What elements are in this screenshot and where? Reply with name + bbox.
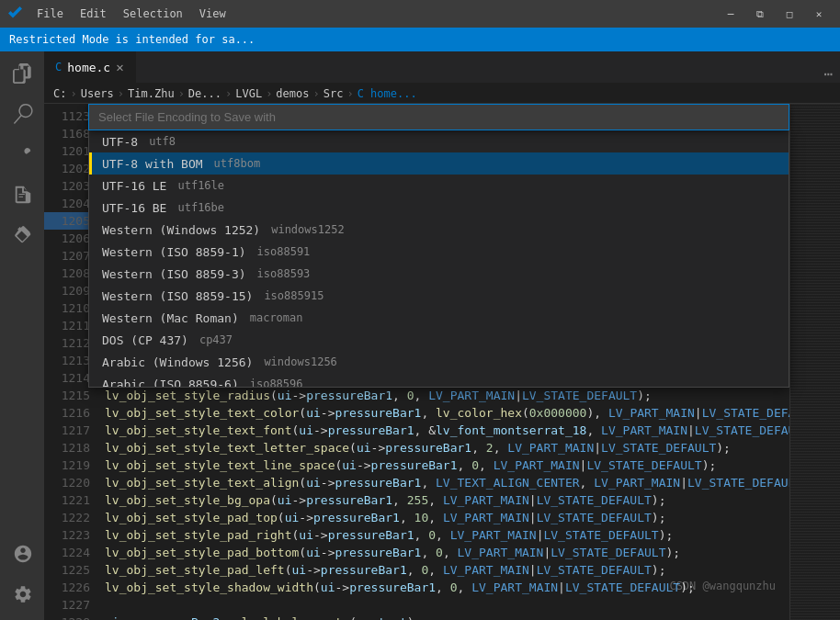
code-line: lv_obj_set_style_pad_bottom(ui->pressure… [97,544,789,561]
tab-icon: C [55,61,62,73]
breadcrumb-part: C: [53,87,66,100]
breadcrumb-part: De... [188,87,221,100]
code-line: lv_obj_set_style_text_color(ui->pressure… [97,404,789,422]
encoding-item[interactable]: UTF-8utf8 [89,130,789,152]
menu-edit[interactable]: Edit [73,6,114,22]
code-line: lv_obj_set_style_text_letter_space(ui->p… [97,439,789,457]
breadcrumb-part: LVGL [235,87,262,100]
watermark: CSDN @wangqunzhu [669,580,776,592]
code-line: lv_obj_set_style_bg_opa(ui->pressureBar1… [97,491,789,509]
encoding-item[interactable]: DOS (CP 437)cp437 [89,329,789,351]
breadcrumb-part: C home... [358,87,417,100]
activity-settings[interactable] [4,576,40,613]
encoding-dropdown: UTF-8utf8UTF-8 with BOMutf8bomUTF-16 LEu… [88,104,789,388]
minimap-content [790,104,840,620]
encoding-item[interactable]: Western (ISO 8859-1)iso88591 [89,241,789,263]
code-line [97,596,789,614]
tab-label: home.c [67,61,110,74]
breadcrumb-part: Tim.Zhu [128,87,175,100]
tab-actions: ⋯ [823,65,840,83]
restricted-mode-banner: Restricted Mode is intended for sa... [0,28,840,51]
activity-bottom [4,535,40,620]
encoding-item[interactable]: Arabic (ISO 8859-6)iso88596 [89,373,789,388]
breadcrumb-part: Src [324,87,344,100]
title-bar: File Edit Selection View ─ ⧉ □ ✕ [0,0,840,28]
code-line: lv_obj_set_style_radius(ui->pressureBar1… [97,387,789,404]
activity-source-control[interactable] [4,136,40,173]
encoding-item[interactable]: UTF-16 BEutf16be [89,197,789,219]
code-line: lv_obj_set_style_pad_top(ui->pressureBar… [97,509,789,526]
encoding-search-input[interactable] [88,104,789,130]
tab-bar: C home.c ✕ ⋯ [44,51,840,84]
encoding-item[interactable]: Western (ISO 8859-15)iso885915 [89,285,789,307]
code-line: lv_obj_set_style_pad_right(ui->pressureB… [97,526,789,544]
maximize-button[interactable]: □ [776,5,803,23]
tab-home-c[interactable]: C home.c ✕ [44,51,136,83]
activity-search[interactable] [4,96,40,132]
breadcrumb: C: › Users › Tim.Zhu › De... › LVGL › de… [44,84,840,104]
code-line: lv_obj_set_style_text_line_space(ui->pre… [97,457,789,474]
menu-selection[interactable]: Selection [116,6,190,22]
encoding-item[interactable]: UTF-16 LEutf16le [89,175,789,197]
activity-explorer[interactable] [4,55,40,92]
restricted-mode-text: Restricted Mode is intended for sa... [9,33,255,46]
title-bar-menu: File Edit Selection View [29,6,233,22]
code-line: lv_obj_set_style_pad_left(ui->pressureBa… [97,561,789,579]
encoding-item[interactable]: UTF-8 with BOMutf8bom [89,152,789,175]
menu-view[interactable]: View [192,6,233,22]
close-button[interactable]: ✕ [805,5,833,23]
activity-run[interactable] [4,176,40,213]
main-layout: C home.c ✕ ⋯ C: › Users › Tim.Zhu › De..… [0,51,840,620]
code-editor: UTF-8utf8UTF-8 with BOMutf8bomUTF-16 LEu… [44,104,840,620]
restore-button[interactable]: ⧉ [746,5,774,23]
encoding-item[interactable]: Arabic (Windows 1256)windows1256 [89,351,789,373]
activity-bar [0,51,44,620]
breadcrumb-part: Users [81,87,114,100]
tab-more-actions[interactable]: ⋯ [823,65,833,83]
title-bar-right: ─ ⧉ □ ✕ [717,5,833,23]
encoding-item[interactable]: Western (Windows 1252)windows1252 [89,219,789,241]
encoding-item[interactable]: Western (ISO 8859-3)iso88593 [89,263,789,285]
encoding-list: UTF-8utf8UTF-8 with BOMutf8bomUTF-16 LEu… [88,130,789,388]
editor-area: C home.c ✕ ⋯ C: › Users › Tim.Zhu › De..… [44,51,840,620]
code-line: lv_obj_set_style_text_align(ui->pressure… [97,474,789,491]
code-line: lv_obj_set_style_text_font(ui->pressureB… [97,422,789,439]
breadcrumb-part: demos [276,87,309,100]
minimize-button[interactable]: ─ [717,5,744,23]
code-line: ui->pressureBar2 = lv_label_create(conte… [97,614,789,620]
menu-file[interactable]: File [29,6,71,22]
activity-extensions[interactable] [4,217,40,254]
minimap [789,104,840,620]
title-bar-left: File Edit Selection View [7,5,233,23]
encoding-item[interactable]: Western (Mac Roman)macroman [89,307,789,329]
tab-close-button[interactable]: ✕ [116,60,123,74]
activity-account[interactable] [4,535,40,572]
app-icon [7,5,22,23]
